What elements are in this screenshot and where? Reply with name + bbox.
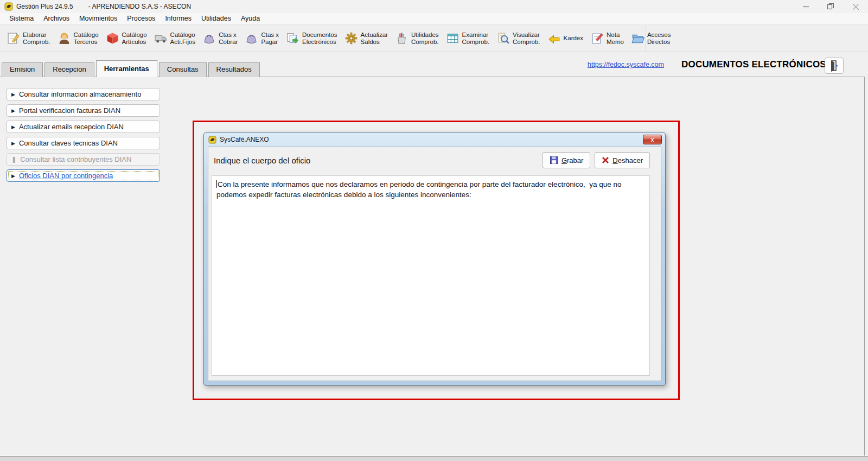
- play-icon: ▶: [11, 92, 15, 97]
- toolbar-ctas-x-cobrar[interactable]: Ctas x Cobrar: [202, 31, 238, 46]
- documentos-electronicos-title: DOCUMENTOS ELECTRÓNICOS: [681, 59, 826, 70]
- menu-movimientos[interactable]: Movimientos: [74, 14, 122, 23]
- tab-strip: Emision Recepcion Herramientas Consultas…: [2, 60, 261, 77]
- window-titlebar: Gestión Plus 24.9.5 - APRENDIENDO S.A.S …: [0, 0, 868, 13]
- menu-archivos[interactable]: Archivos: [39, 14, 74, 23]
- toolbar-accesos-directos[interactable]: Accesos Directos: [631, 31, 671, 46]
- syscafe-anexo-dialog: SysCafé.ANEXO x Indique el cuerpo del of…: [203, 132, 666, 386]
- main-toolbar: Elaborar Comprob. Catálogo Terceros Catá…: [0, 25, 868, 52]
- folder-icon: [631, 31, 644, 45]
- app-logo-icon: [4, 2, 13, 11]
- dialog-titlebar[interactable]: SysCafé.ANEXO x: [204, 132, 665, 147]
- exit-button[interactable]: [825, 58, 844, 74]
- play-icon: ▶: [11, 141, 15, 146]
- menu-utilidades[interactable]: Utilidades: [196, 14, 236, 23]
- toolbar-visualizar-comprob[interactable]: Visualizar Comprob.: [496, 31, 540, 46]
- minimize-icon[interactable]: [793, 0, 818, 13]
- person-icon: [58, 31, 71, 45]
- purse-icon: [245, 31, 258, 45]
- dialog-client-area: Indique el cuerpo del oficio Grabar Desh…: [208, 147, 661, 381]
- tab-recepcion[interactable]: Recepcion: [44, 62, 94, 77]
- pencil-cup-icon: [395, 31, 409, 45]
- grabar-button[interactable]: Grabar: [542, 152, 590, 168]
- dialog-close-icon[interactable]: x: [643, 135, 662, 144]
- compose-icon: [7, 31, 20, 45]
- documents-icon: [286, 31, 299, 45]
- tab-emision[interactable]: Emision: [2, 62, 43, 77]
- table-icon: [446, 31, 459, 45]
- hand-icon: [547, 31, 561, 45]
- toolbar-documentos-electronicos[interactable]: Documentos Electrónicos: [286, 31, 337, 46]
- sidebar-item-consultar-informacion-almacenamiento[interactable]: ▶ Consultar informacion almacenamiento: [7, 88, 160, 100]
- app-subtitle: - APRENDIENDO S.A.S - ASECON: [88, 3, 191, 10]
- dialog-title: SysCafé.ANEXO: [220, 136, 269, 143]
- play-icon: ▶: [11, 173, 15, 179]
- close-icon[interactable]: [843, 0, 868, 13]
- toolbar-ctas-x-pagar[interactable]: Ctas x Pagar: [245, 31, 279, 46]
- truck-icon: [154, 31, 168, 45]
- restore-icon[interactable]: [818, 0, 843, 13]
- dialog-prompt: Indique el cuerpo del oficio: [214, 156, 310, 165]
- content-right-border: [864, 77, 865, 456]
- magnifier-icon: [496, 31, 510, 45]
- tab-herramientas[interactable]: Herramientas: [96, 60, 157, 77]
- sidebar-item-portal-verificacion-facturas-dian[interactable]: ▶ Portal verificacion facturas DIAN: [7, 104, 160, 117]
- toolbar-catalogo-articulos[interactable]: Catálogo Artículos: [106, 31, 147, 46]
- toolbar-kardex[interactable]: Kardex: [547, 31, 583, 45]
- oficio-body-text: Con la presente informamos que nos decla…: [216, 180, 623, 199]
- exit-door-icon: [829, 60, 840, 72]
- purse-icon: [202, 31, 216, 45]
- cube-icon: [106, 31, 119, 45]
- gear-icon: [344, 31, 358, 45]
- toolbar-separator: [646, 25, 646, 52]
- toolbar-elaborar-comprob[interactable]: Elaborar Comprob.: [7, 31, 50, 46]
- menu-procesos[interactable]: Procesos: [122, 14, 160, 23]
- toolbar-actualizar-saldos[interactable]: Actualizar Saldos: [344, 31, 388, 46]
- sidebar-item-consultar-lista-contribuyentes-dian: ❚ Consultar lista contribuyentes DIAN: [7, 153, 160, 166]
- toolbar-catalogo-terceros[interactable]: Catálogo Terceros: [58, 31, 99, 46]
- menu-informes[interactable]: Informes: [160, 14, 196, 23]
- syscafe-logo-icon: [208, 136, 216, 144]
- toolbar-utilidades-comprob[interactable]: Utilidades Comprob.: [395, 31, 439, 46]
- sidebar-item-actualizar-emails-recepcion-dian[interactable]: ▶ Actualizar emails recepcion DIAN: [7, 121, 160, 133]
- tab-consultas[interactable]: Consultas: [159, 62, 207, 77]
- undo-x-icon: [602, 156, 609, 164]
- fedoc-link[interactable]: https://fedoc.syscafe.com: [582, 61, 664, 68]
- menu-sistema[interactable]: Sistema: [4, 14, 39, 23]
- deshacer-button[interactable]: Deshacer: [595, 152, 650, 168]
- play-icon: ▶: [11, 124, 15, 130]
- oficio-body-textarea[interactable]: Con la presente informamos que nos decla…: [212, 175, 650, 376]
- sidebar-item-oficios-dian-por-contingencia[interactable]: ▶ Oficios DIAN por contingencia: [7, 169, 160, 182]
- toolbar-examinar-comprob[interactable]: Examinar Comprob.: [446, 31, 490, 46]
- sidebar-item-consultar-claves-tecnicas-dian[interactable]: ▶ Consultar claves tecnicas DIAN: [7, 137, 160, 149]
- text-cursor: [216, 180, 217, 188]
- play-icon: ▶: [11, 108, 15, 113]
- memo-icon: [590, 31, 604, 45]
- bar-icon: ❚: [11, 156, 16, 163]
- toolbar-catalogo-actifijos[interactable]: Catálogo Acti.Fijos: [154, 31, 196, 46]
- status-bar: [0, 456, 868, 461]
- menu-ayuda[interactable]: Ayuda: [236, 14, 265, 23]
- save-floppy-icon: [550, 156, 558, 165]
- app-title: Gestión Plus 24.9.5: [16, 3, 73, 10]
- menu-bar: Sistema Archivos Movimientos Procesos In…: [0, 13, 868, 24]
- dialog-header: Indique el cuerpo del oficio Grabar Desh…: [208, 147, 661, 173]
- toolbar-nota-memo[interactable]: Nota Memo: [590, 31, 624, 46]
- tab-resultados[interactable]: Resultados: [208, 62, 260, 77]
